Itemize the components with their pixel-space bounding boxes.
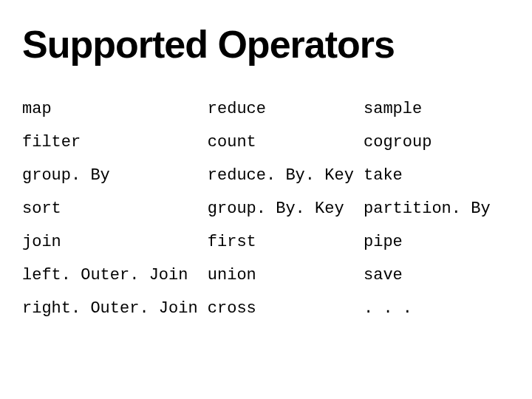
op-cell: reduce. By. Key <box>208 159 364 192</box>
op-cell: right. Outer. Join <box>22 292 208 325</box>
op-cell: . . . <box>364 292 510 325</box>
op-cell: union <box>208 259 364 292</box>
op-cell: save <box>364 259 510 292</box>
table-row: right. Outer. Join cross . . . <box>22 292 510 325</box>
op-cell: cogroup <box>364 126 510 159</box>
table-row: join first pipe <box>22 225 510 259</box>
table-row: left. Outer. Join union save <box>22 259 510 292</box>
op-cell: filter <box>22 126 208 159</box>
operators-table: map reduce sample filter count cogroup g… <box>22 92 510 325</box>
op-cell: partition. By <box>364 192 510 225</box>
op-cell: pipe <box>364 225 510 259</box>
op-cell: group. By. Key <box>208 192 364 225</box>
op-cell: first <box>208 225 364 259</box>
op-cell: sort <box>22 192 208 225</box>
op-cell: map <box>22 92 208 126</box>
op-cell: cross <box>208 292 364 325</box>
slide: Supported Operators map reduce sample fi… <box>0 0 532 399</box>
table-row: map reduce sample <box>22 92 510 126</box>
op-cell: reduce <box>208 92 364 126</box>
op-cell: count <box>208 126 364 159</box>
page-title: Supported Operators <box>22 22 510 66</box>
op-cell: left. Outer. Join <box>22 259 208 292</box>
table-row: sort group. By. Key partition. By <box>22 192 510 225</box>
op-cell: join <box>22 225 208 259</box>
op-cell: take <box>364 159 510 192</box>
table-row: filter count cogroup <box>22 126 510 159</box>
op-cell: sample <box>364 92 510 126</box>
table-row: group. By reduce. By. Key take <box>22 159 510 192</box>
op-cell: group. By <box>22 159 208 192</box>
